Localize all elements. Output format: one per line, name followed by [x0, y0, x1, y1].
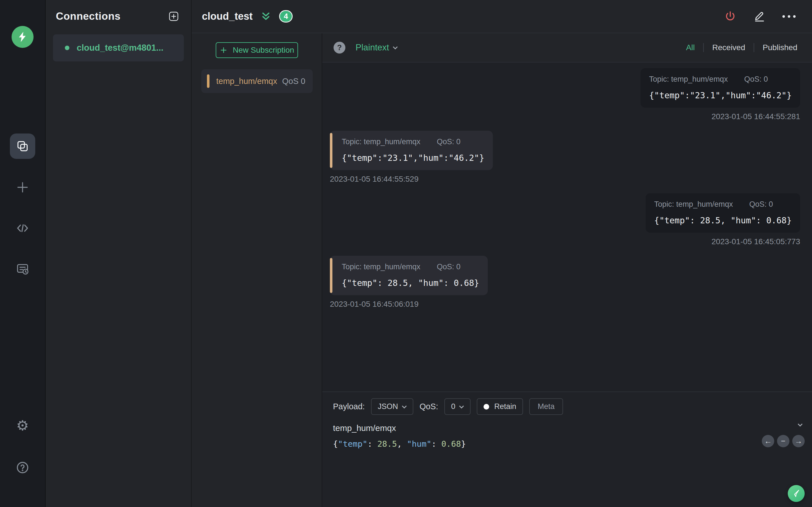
chevron-down-icon: [402, 404, 407, 408]
published-message: Topic: temp_hum/emqx QoS: 0 {"temp":"23.…: [641, 68, 800, 121]
payload-format-selector[interactable]: Plaintext: [356, 43, 398, 53]
plus-icon: [219, 46, 228, 54]
connected-status-dot: [65, 46, 69, 50]
published-message: Topic: temp_hum/emqx QoS: 0 {"temp": 28.…: [646, 193, 800, 246]
send-button[interactable]: [788, 485, 805, 502]
log-icon[interactable]: [15, 262, 30, 276]
message-card[interactable]: Topic: temp_hum/emqx QoS: 0 {"temp": 28.…: [330, 256, 488, 295]
chevron-down-icon: [459, 404, 464, 408]
retain-toggle[interactable]: Retain: [477, 398, 523, 415]
publish-panel: Payload: JSON QoS: 0 Retain: [322, 392, 812, 507]
filter-published[interactable]: Published: [763, 43, 797, 52]
payload-editor[interactable]: {"temp": 28.5, "hum": 0.68}: [322, 433, 812, 449]
history-navigation: ← − →: [762, 435, 805, 447]
filter-received[interactable]: Received: [712, 43, 745, 52]
connection-title: cloud_test: [202, 10, 253, 22]
json-token: :: [367, 439, 377, 449]
new-connection-plus-icon[interactable]: [15, 180, 30, 194]
json-token: 28.5: [377, 439, 397, 449]
received-message: Topic: temp_hum/emqx QoS: 0 {"temp": 28.…: [330, 256, 488, 309]
new-subscription-button[interactable]: New Subscription: [216, 42, 298, 58]
json-token: 0.68: [441, 439, 461, 449]
add-connection-button[interactable]: [167, 10, 180, 22]
history-next-button[interactable]: →: [792, 435, 805, 447]
payload-label: Payload:: [333, 402, 365, 411]
subscription-item[interactable]: temp_hum/emqx QoS 0: [201, 69, 313, 93]
json-token: :: [432, 439, 441, 449]
help-icon[interactable]: [15, 460, 30, 475]
payload-format-help-icon[interactable]: ?: [334, 42, 345, 54]
nav-rail: ⚙: [0, 0, 46, 507]
subscription-qos: QoS 0: [282, 76, 305, 86]
meta-label: Meta: [538, 402, 555, 411]
message-card[interactable]: Topic: temp_hum/emqx QoS: 0 {"temp":"23.…: [641, 68, 800, 108]
message-timestamp: 2023-01-05 16:45:06:019: [330, 300, 419, 309]
script-code-icon[interactable]: [15, 221, 30, 235]
message-qos: QoS: 0: [744, 75, 768, 83]
subscriptions-column: New Subscription temp_hum/emqx QoS 0: [192, 33, 322, 507]
message-filters: All Received Published: [686, 43, 797, 52]
mqttx-app-window: ⚙ Connections cloud_test@m4801...: [0, 0, 812, 507]
message-topic: Topic: temp_hum/emqx: [342, 263, 420, 271]
subscription-color-bar: [207, 74, 209, 88]
connection-list-item[interactable]: cloud_test@m4801...: [53, 34, 184, 61]
connections-panel: Connections cloud_test@m4801...: [46, 0, 192, 507]
meta-button[interactable]: Meta: [529, 398, 563, 415]
json-token: }: [461, 439, 466, 449]
message-timestamp: 2023-01-05 16:44:55:281: [712, 112, 801, 121]
filter-all[interactable]: All: [686, 43, 695, 52]
disconnect-power-icon[interactable]: [724, 10, 736, 22]
message-count-badge: 4: [279, 10, 293, 22]
paper-plane-icon: [792, 489, 801, 498]
message-topic: Topic: temp_hum/emqx: [654, 200, 733, 209]
json-token: ,: [397, 439, 407, 449]
message-qos: QoS: 0: [749, 200, 773, 209]
history-delete-button[interactable]: −: [777, 435, 790, 447]
message-timestamp: 2023-01-05 16:44:55:529: [330, 175, 419, 184]
message-payload: {"temp": 28.5, "hum": 0.68}: [654, 216, 792, 225]
edit-pencil-icon[interactable]: [754, 11, 765, 22]
chevron-down-icon: [393, 45, 398, 49]
message-timestamp: 2023-01-05 16:45:05:773: [712, 237, 801, 246]
payload-format-value: Plaintext: [356, 43, 389, 53]
retain-label: Retain: [494, 402, 516, 411]
chevrons-down-icon[interactable]: [260, 10, 272, 22]
message-card[interactable]: Topic: temp_hum/emqx QoS: 0 {"temp": 28.…: [646, 193, 800, 233]
subscription-topic: temp_hum/emqx: [216, 76, 277, 86]
payload-format-dropdown[interactable]: JSON: [371, 398, 413, 415]
qos-dropdown[interactable]: 0: [444, 398, 470, 415]
mqttx-logo: [11, 26, 34, 48]
publish-controls: Payload: JSON QoS: 0 Retain: [322, 392, 812, 415]
qos-label: QoS:: [419, 402, 438, 411]
filter-divider: [754, 43, 754, 52]
message-pane: ? Plaintext All Received Published: [322, 33, 812, 507]
received-message: Topic: temp_hum/emqx QoS: 0 {"temp":"23.…: [330, 131, 493, 184]
qos-value: 0: [451, 402, 455, 411]
message-payload: {"temp":"23.1","hum":"46.2"}: [342, 153, 485, 163]
payload-format-value: JSON: [378, 402, 398, 411]
connections-header: Connections: [46, 0, 191, 33]
message-card[interactable]: Topic: temp_hum/emqx QoS: 0 {"temp":"23.…: [330, 131, 493, 170]
more-options-icon[interactable]: [782, 15, 796, 18]
nav-connections-button[interactable]: [10, 133, 35, 159]
message-list[interactable]: Topic: temp_hum/emqx QoS: 0 {"temp":"23.…: [322, 62, 812, 392]
settings-gear-icon[interactable]: ⚙: [16, 418, 29, 433]
retain-toggle-dot: [484, 404, 489, 409]
new-subscription-label: New Subscription: [233, 46, 294, 55]
message-qos: QoS: 0: [437, 137, 460, 146]
message-payload: {"temp": 28.5, "hum": 0.68}: [342, 278, 479, 288]
header-actions: [724, 10, 796, 22]
filter-divider: [703, 43, 704, 52]
connection-view: cloud_test 4: [192, 0, 812, 507]
json-token: "temp": [338, 439, 367, 449]
connection-header: cloud_test 4: [192, 0, 812, 33]
connections-title: Connections: [56, 10, 121, 22]
connection-name: cloud_test@m4801...: [77, 43, 163, 53]
message-topic: Topic: temp_hum/emqx: [649, 75, 728, 83]
history-prev-button[interactable]: ←: [762, 435, 774, 447]
message-topic: Topic: temp_hum/emqx: [342, 137, 420, 146]
message-qos: QoS: 0: [437, 263, 460, 271]
topic-input[interactable]: temp_hum/emqx: [322, 415, 812, 433]
json-token: {: [333, 439, 338, 449]
json-token: "hum": [407, 439, 432, 449]
